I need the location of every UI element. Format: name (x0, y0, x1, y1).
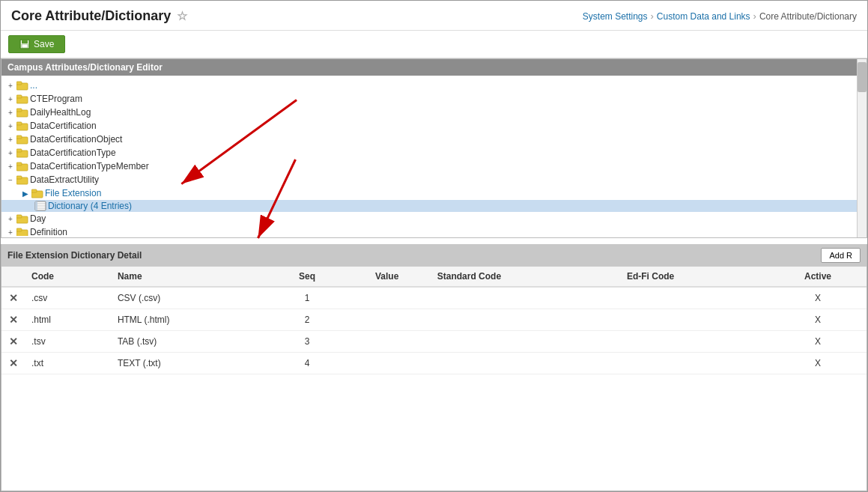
cell-seq: 1 (272, 287, 343, 309)
tree-item-dataextractutility[interactable]: − DataExtractUtility (1, 173, 867, 186)
tree-label[interactable]: ... (30, 80, 37, 91)
tree-label-cteprogram[interactable]: CTEProgram (30, 94, 82, 104)
cell-value (343, 287, 431, 309)
cell-edfi-code (621, 353, 769, 374)
cell-name: HTML (.html) (112, 309, 272, 331)
expand-fileextension-icon[interactable]: ▶ (19, 187, 31, 199)
tree-body[interactable]: + ... + CTEProgram + (1, 76, 867, 236)
favorite-star-icon[interactable]: ☆ (177, 9, 187, 23)
detail-panel: File Extension Dictionary Detail Add R C… (1, 244, 867, 491)
expand-definition-icon[interactable]: + (4, 226, 16, 236)
tree-item-scrolled[interactable]: + ... (1, 79, 867, 92)
svg-rect-25 (35, 201, 37, 210)
tree-item-datacertificationobject[interactable]: + DataCertificationObject (1, 133, 867, 146)
tree-label-day[interactable]: Day (30, 213, 46, 224)
breadcrumb-sep-2: › (753, 10, 756, 22)
toolbar: Save (1, 31, 867, 58)
expand-day-icon[interactable]: + (4, 213, 16, 225)
folder-cteprogram-icon (16, 94, 28, 104)
page-title: Core Attribute/Dictionary (11, 8, 171, 24)
cell-standard-code (431, 353, 621, 374)
cell-value (343, 331, 431, 353)
delete-row-button[interactable]: ✕ (7, 314, 19, 326)
table-body: ✕.csvCSV (.csv)1X✕.htmlHTML (.html)2X✕.t… (1, 287, 867, 374)
cell-active: X (769, 353, 867, 374)
tree-item-dictionary[interactable]: Dictionary (4 Entries) (1, 200, 867, 212)
cell-code: .txt (25, 353, 112, 374)
col-header-seq: Seq (272, 267, 343, 287)
svg-rect-16 (16, 163, 22, 165)
folder-datacertificationtype-icon (16, 148, 28, 158)
page-title-container: Core Attribute/Dictionary ☆ (11, 8, 187, 24)
expand-datacertificationtypemember-icon[interactable]: + (4, 160, 16, 172)
cell-value (343, 353, 431, 374)
tree-item-fileextension[interactable]: ▶ File Extension (1, 186, 867, 200)
folder-dailyhealthlog-icon (16, 107, 28, 118)
tree-scrollbar[interactable] (857, 59, 867, 238)
detail-table: Code Name Seq Value Standard Code Ed-Fi … (1, 267, 867, 374)
table-header-row: Code Name Seq Value Standard Code Ed-Fi … (1, 267, 867, 287)
tree-item-day[interactable]: + Day (1, 212, 867, 225)
expand-datacertificationobject-icon[interactable]: + (4, 133, 16, 145)
tree-label-datacertificationobject[interactable]: DataCertificationObject (30, 134, 122, 145)
expand-datacertification-icon[interactable]: + (4, 120, 16, 132)
page-header: Core Attribute/Dictionary ☆ System Setti… (1, 1, 867, 31)
svg-rect-1 (22, 40, 28, 43)
content-area: Campus Attributes/Dictionary Editor + ..… (1, 58, 867, 491)
tree-label-dataextractutility[interactable]: DataExtractUtility (30, 174, 99, 185)
tree-label-datacertificationtype[interactable]: DataCertificationType (30, 148, 116, 158)
delete-row-button[interactable]: ✕ (7, 357, 19, 369)
svg-rect-6 (16, 95, 22, 98)
svg-rect-29 (16, 228, 22, 231)
expand-icon[interactable]: + (4, 79, 16, 91)
svg-rect-14 (16, 149, 22, 152)
cell-edfi-code (621, 309, 769, 331)
delete-row-button[interactable]: ✕ (7, 292, 19, 304)
tree-item-datacertification[interactable]: + DataCertification (1, 119, 867, 133)
svg-rect-20 (31, 189, 37, 192)
tree-item-cteprogram[interactable]: + CTEProgram (1, 92, 867, 106)
tree-label-dailyhealthlog[interactable]: DailyHealthLog (30, 107, 91, 118)
breadcrumb-system-settings[interactable]: System Settings (583, 11, 648, 22)
folder-definition-icon (16, 227, 28, 236)
tree-label-fileextension[interactable]: File Extension (45, 188, 101, 198)
tree-panel-header: Campus Attributes/Dictionary Editor (1, 59, 867, 76)
cell-active: X (769, 331, 867, 353)
breadcrumb-custom-data[interactable]: Custom Data and Links (657, 11, 750, 22)
tree-label-definition[interactable]: Definition (30, 227, 67, 236)
expand-dailyhealthlog-icon[interactable]: + (4, 106, 16, 118)
svg-rect-4 (16, 82, 22, 85)
save-button[interactable]: Save (8, 35, 65, 53)
add-row-button[interactable]: Add R (821, 248, 861, 263)
cell-name: TEXT (.txt) (112, 353, 272, 374)
tree-item-definition[interactable]: + Definition (1, 225, 867, 236)
delete-cell: ✕ (1, 309, 25, 331)
table-row: ✕.tsvTAB (.tsv)3X (1, 331, 867, 353)
expand-cteprogram-icon[interactable]: + (4, 93, 16, 105)
svg-rect-12 (16, 136, 22, 139)
tree-item-datacertificationtype[interactable]: + DataCertificationType (1, 146, 867, 160)
col-header-delete (1, 267, 25, 287)
col-header-active: Active (769, 267, 867, 287)
cell-standard-code (431, 331, 621, 353)
tree-item-dailyhealthlog[interactable]: + DailyHealthLog (1, 106, 867, 119)
tree-label-dictionary[interactable]: Dictionary (4 Entries) (48, 201, 132, 211)
tree-item-datacertificationtypemember[interactable]: + DataCertificationTypeMember (1, 160, 867, 173)
cell-value (343, 309, 431, 331)
expand-datacertificationtype-icon[interactable]: + (4, 147, 16, 159)
cell-code: .html (25, 309, 112, 331)
folder-fileextension-icon (31, 188, 43, 198)
delete-row-button[interactable]: ✕ (7, 335, 19, 347)
detail-panel-title: File Extension Dictionary Detail (7, 250, 142, 261)
folder-day-icon (16, 213, 28, 224)
expand-dataextractutility-icon[interactable]: − (4, 174, 16, 186)
tree-label-datacertification[interactable]: DataCertification (30, 121, 97, 131)
table-row: ✕.htmlHTML (.html)2X (1, 309, 867, 331)
folder-datacertificationobject-icon (16, 134, 28, 145)
svg-rect-27 (16, 215, 22, 218)
tree-label-datacertificationtypemember[interactable]: DataCertificationTypeMember (30, 161, 149, 171)
detail-panel-header: File Extension Dictionary Detail Add R (1, 244, 867, 267)
delete-cell: ✕ (1, 331, 25, 353)
table-row: ✕.txtTEXT (.txt)4X (1, 353, 867, 374)
tree-scrollbar-thumb[interactable] (858, 62, 867, 92)
